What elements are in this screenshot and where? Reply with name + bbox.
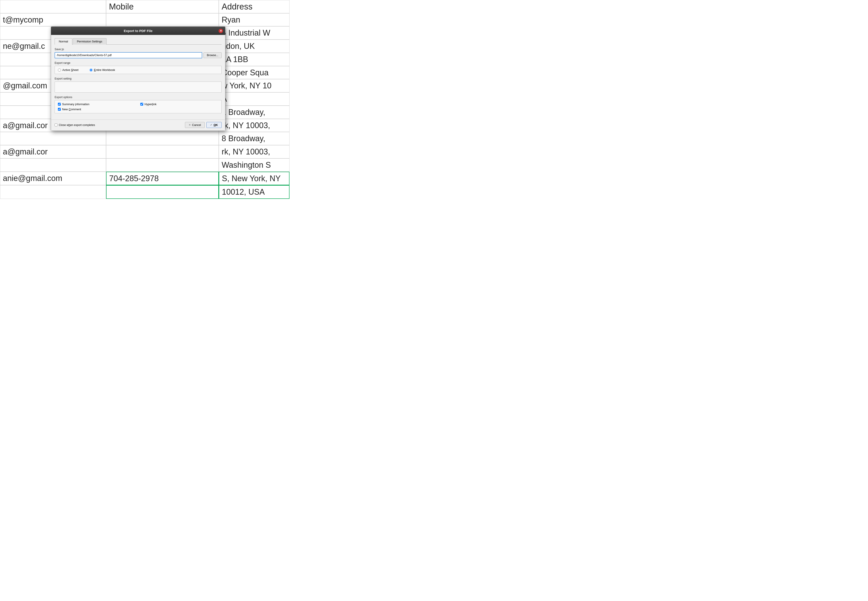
tab-bar: Normal Permission Settings xyxy=(55,38,222,45)
cell-r2c2 xyxy=(106,13,219,26)
active-sheet-radio[interactable] xyxy=(58,69,61,72)
dialog-titlebar: Export to PDF File ✕ xyxy=(51,27,225,35)
cell-r15c2 xyxy=(106,185,219,199)
export-range-section: Export range Active Sheet Entire Workboo… xyxy=(55,61,222,74)
cell-r2c3: Ryan xyxy=(219,13,290,26)
cell-r1c2: Mobile xyxy=(106,0,219,13)
radio-row: Active Sheet Entire Workbook xyxy=(58,68,218,72)
cell-r8c3: A xyxy=(219,92,290,105)
cell-r11c2 xyxy=(106,132,219,145)
export-options-section: Export options Summary information Hyper… xyxy=(55,96,222,113)
new-comment-checkbox[interactable] xyxy=(58,108,61,111)
ok-icon: ✓ xyxy=(210,124,212,127)
cancel-button[interactable]: ✕ Cancel xyxy=(185,122,204,128)
cell-r14c1: anie@gmail.com xyxy=(0,172,106,185)
save-to-section: Save to Browse... xyxy=(55,48,222,58)
new-comment-label: New Comment xyxy=(62,108,81,111)
dialog-footer: Close when export completes ✕ Cancel ✓ O… xyxy=(51,119,225,131)
cell-r6c3: Cooper Squa xyxy=(219,66,290,79)
entire-workbook-option[interactable]: Entire Workbook xyxy=(90,68,115,72)
cell-r15c1 xyxy=(0,185,106,199)
close-when-export-label: Close when export completes xyxy=(59,124,95,127)
export-setting-box xyxy=(55,82,222,93)
cell-r13c2 xyxy=(106,159,219,172)
cell-r5c3: 1A 1BB xyxy=(219,53,290,66)
summary-info-option[interactable]: Summary information xyxy=(58,102,136,106)
export-options-label: Export options xyxy=(55,96,222,99)
new-comment-option[interactable]: New Comment xyxy=(58,108,136,111)
cell-r11c3: 8 Broadway, xyxy=(219,132,290,145)
cell-r1c3: Address xyxy=(219,0,290,13)
cell-r14c3: S, New York, NY xyxy=(219,172,290,185)
export-range-box: Active Sheet Entire Workbook xyxy=(55,66,222,74)
footer-buttons: ✕ Cancel ✓ OK xyxy=(185,122,222,128)
summary-info-checkbox[interactable] xyxy=(58,103,61,105)
active-sheet-option[interactable]: Active Sheet xyxy=(58,68,78,72)
cell-r4c3: ndon, UK xyxy=(219,40,290,53)
close-when-export-checkbox[interactable] xyxy=(55,124,58,127)
browse-button[interactable]: Browse... xyxy=(203,52,222,58)
dialog-close-button[interactable]: ✕ xyxy=(218,29,223,33)
dialog-title: Export to PDF File xyxy=(124,29,153,33)
cell-r12c3: rk, NY 10003, xyxy=(219,145,290,159)
cell-r12c1: a@gmail.cor xyxy=(0,145,106,159)
ok-button[interactable]: ✓ OK xyxy=(206,122,222,128)
tab-permission-settings[interactable]: Permission Settings xyxy=(73,38,107,45)
hyperlink-label: Hyperlink xyxy=(145,102,156,106)
export-options-box: Summary information Hyperlink New Commen… xyxy=(55,100,222,113)
save-to-label: Save to xyxy=(55,48,222,51)
export-setting-label: Export setting xyxy=(55,77,222,80)
cell-r2c1: t@mycomp xyxy=(0,13,106,26)
cell-r10c3: rk, NY 10003, xyxy=(219,119,290,132)
cancel-label: Cancel xyxy=(192,123,201,127)
cell-r3c3: 6 Industrial W xyxy=(219,26,290,40)
ok-label: OK xyxy=(214,123,218,127)
export-setting-section: Export setting xyxy=(55,77,222,93)
entire-workbook-label: Entire Workbook xyxy=(94,68,115,72)
export-pdf-dialog: Export to PDF File ✕ Normal Permission S… xyxy=(51,26,226,131)
cell-r11c1 xyxy=(0,132,106,145)
save-to-row: Browse... xyxy=(55,52,222,58)
cell-r15c3: 10012, USA xyxy=(219,185,290,199)
cell-r7c3: w York, NY 10 xyxy=(219,79,290,92)
cell-r12c2 xyxy=(106,145,219,159)
active-sheet-label: Active Sheet xyxy=(62,68,78,72)
tab-normal[interactable]: Normal xyxy=(55,38,72,45)
cell-r1c1 xyxy=(0,0,106,13)
export-range-label: Export range xyxy=(55,61,222,64)
cell-r13c1 xyxy=(0,159,106,172)
hyperlink-option[interactable]: Hyperlink xyxy=(140,102,218,106)
dialog-body: Normal Permission Settings Save to Brows… xyxy=(51,35,225,119)
cancel-icon: ✕ xyxy=(189,124,191,127)
hyperlink-checkbox[interactable] xyxy=(140,103,143,105)
cell-r9c3: 1 Broadway, xyxy=(219,105,290,119)
close-when-export-option[interactable]: Close when export completes xyxy=(55,124,95,127)
filepath-input[interactable] xyxy=(55,52,202,58)
entire-workbook-radio[interactable] xyxy=(90,69,93,72)
cell-r13c3: Washington S xyxy=(219,159,290,172)
checkbox-grid: Summary information Hyperlink New Commen… xyxy=(58,102,218,111)
summary-info-label: Summary information xyxy=(62,102,90,106)
cell-r14c2: 704-285-2978 xyxy=(106,172,219,185)
